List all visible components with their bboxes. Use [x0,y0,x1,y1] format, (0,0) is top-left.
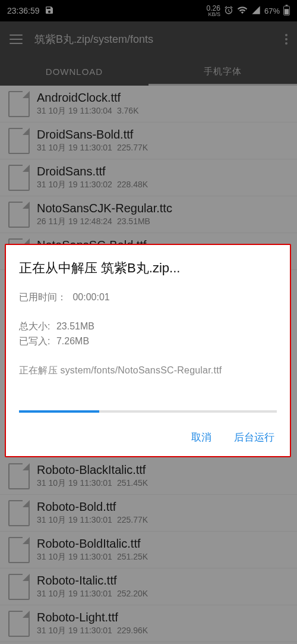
file-size: 228.48K [117,180,148,190]
list-item[interactable]: DroidSans-Bold.ttf 31 10月 19 11:30:01225… [0,122,297,159]
list-item[interactable]: Roboto-Italic.ttf 31 10月 19 11:30:01252.… [0,568,297,605]
signal-icon [251,5,261,17]
status-bar: 23:36:59 0.26 KB/S 67% [0,0,297,21]
list-item[interactable]: Roboto-BlackItalic.ttf 31 10月 19 11:30:0… [0,458,297,495]
wifi-icon [237,5,248,17]
list-item[interactable]: DroidSans.ttf 31 10月 19 11:30:02228.48K [0,159,297,196]
file-date: 31 10月 19 11:30:04 [37,106,112,117]
total-size-value: 23.51MB [56,321,94,331]
file-name: NotoSansCJK-Regular.ttc [37,202,289,215]
alarm-icon [224,5,233,17]
progress-fill [19,410,99,413]
list-item[interactable]: Roboto-BoldItalic.ttf 31 10月 19 11:30:01… [0,532,297,568]
file-icon [8,574,30,600]
svg-rect-2 [285,9,289,14]
status-time: 23:36:59 [7,6,40,15]
file-size: 251.25K [117,552,148,563]
extract-dialog: 正在从中解压 筑紫B丸.zip... 已用时间： 00:00:01 总大小: 2… [5,244,291,457]
file-icon [8,537,30,563]
file-icon [8,165,30,191]
file-name: Roboto-BoldItalic.ttf [37,537,289,551]
list-item[interactable]: AndroidClock.ttf 31 10月 19 11:30:043.76K [0,86,297,122]
list-item[interactable]: Roboto-Bold.ttf 31 10月 19 11:30:01225.77… [0,495,297,532]
app-bar: 筑紫B丸.zip/system/fonts [0,21,297,57]
total-size-label: 总大小: [19,321,50,331]
current-extract-item: 正在解压 system/fonts/NotoSansSC-Regular.ttf [19,365,277,377]
file-date: 31 10月 19 11:30:01 [37,552,112,563]
svg-rect-1 [286,5,288,6]
tab-phone-fonts[interactable]: 手机字体 [148,57,297,86]
file-size: 251.45K [117,478,148,489]
network-speed: 0.26 KB/S [207,5,220,17]
file-icon [8,128,30,154]
file-name: DroidSans.ttf [37,165,289,178]
file-icon [8,500,30,526]
file-icon [8,202,30,228]
more-options-icon[interactable] [285,34,287,45]
file-name: Roboto-BlackItalic.ttf [37,463,289,477]
battery-icon [283,5,290,17]
save-icon [45,5,54,17]
file-name: DroidSans-Bold.ttf [37,128,289,142]
file-date: 31 10月 19 11:30:02 [37,180,112,190]
elapsed-label: 已用时间： [19,292,67,302]
file-date: 31 10月 19 11:30:01 [37,515,112,526]
file-date: 31 10月 19 11:30:01 [37,626,112,636]
file-name: Roboto-Bold.ttf [37,500,289,514]
file-icon [8,463,30,489]
file-date: 31 10月 19 11:30:01 [37,589,112,599]
background-button[interactable]: 后台运行 [232,427,277,448]
tab-download[interactable]: DOWNLOAD [0,57,148,86]
menu-icon[interactable] [10,34,23,44]
file-size: 229.96K [117,626,148,636]
file-size: 225.77K [117,143,148,153]
progress-bar [19,410,277,413]
file-name: Roboto-Italic.ttf [37,574,289,588]
written-label: 已写入: [19,336,50,346]
file-size: 3.76K [117,106,139,117]
file-size: 252.20K [117,589,148,599]
elapsed-value: 00:00:01 [72,292,109,302]
file-size: 23.51MB [117,216,150,227]
cancel-button[interactable]: 取消 [189,427,214,448]
written-value: 7.26MB [56,336,89,346]
file-date: 31 10月 19 11:30:01 [37,143,112,153]
file-name: Roboto-Light.ttf [37,611,289,624]
file-name: AndroidClock.ttf [37,91,289,105]
dialog-title: 正在从中解压 筑紫B丸.zip... [19,259,277,277]
list-item[interactable]: Roboto-Light.ttf 31 10月 19 11:30:01229.9… [0,605,297,642]
file-date: 31 10月 19 11:30:01 [37,478,112,489]
file-icon [8,611,30,637]
battery-pct: 67% [264,7,280,15]
tab-bar: DOWNLOAD 手机字体 [0,57,297,86]
file-icon [8,91,30,117]
file-date: 26 11月 19 12:48:24 [37,216,112,227]
list-item[interactable]: NotoSansCJK-Regular.ttc 26 11月 19 12:48:… [0,196,297,233]
breadcrumb-title: 筑紫B丸.zip/system/fonts [34,32,153,46]
file-size: 225.77K [117,515,148,526]
